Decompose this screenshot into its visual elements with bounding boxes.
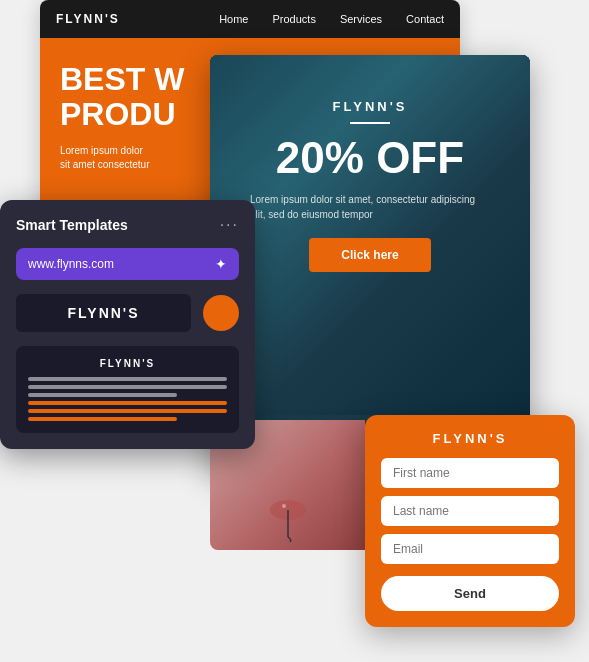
- website-logo: FLYNN'S: [56, 12, 120, 26]
- smart-panel-header: Smart Templates ···: [16, 216, 239, 234]
- smart-panel-url-text: www.flynns.com: [28, 257, 114, 271]
- smart-panel-title: Smart Templates: [16, 217, 128, 233]
- email-header: FLYNN'S 20% OFF Lorem ipsum dolor sit am…: [210, 55, 530, 415]
- preview-line-4: [28, 401, 227, 405]
- email-discount: 20% OFF: [250, 136, 490, 180]
- email-divider: [350, 122, 390, 124]
- smart-templates-panel: Smart Templates ··· www.flynns.com ✦ FLY…: [0, 200, 255, 449]
- first-name-field[interactable]: [381, 458, 559, 488]
- form-card: FLYNN'S Send: [365, 415, 575, 627]
- nav-home[interactable]: Home: [219, 13, 248, 25]
- preview-line-5: [28, 409, 227, 413]
- nav-products[interactable]: Products: [272, 13, 315, 25]
- preview-line-1: [28, 377, 227, 381]
- preview-lines: [28, 377, 227, 421]
- smart-panel-preview: FLYNN'S: [16, 346, 239, 433]
- email-brand: FLYNN'S: [250, 99, 490, 114]
- email-mockup: FLYNN'S 20% OFF Lorem ipsum dolor sit am…: [210, 55, 530, 435]
- preview-line-6: [28, 417, 177, 421]
- preview-line-3: [28, 393, 177, 397]
- preview-line-2: [28, 385, 227, 389]
- form-brand: FLYNN'S: [381, 431, 559, 446]
- email-body-text: Lorem ipsum dolor sit amet, consectetur …: [250, 192, 490, 222]
- email-cta-button[interactable]: Click here: [309, 238, 430, 272]
- smart-panel-color-swatch[interactable]: [203, 295, 239, 331]
- smart-panel-brand-row: FLYNN'S: [16, 294, 239, 332]
- smart-panel-brand-name: FLYNN'S: [67, 305, 139, 321]
- magic-wand-icon: ✦: [215, 256, 227, 272]
- send-button[interactable]: Send: [381, 576, 559, 611]
- smart-panel-preview-brand: FLYNN'S: [28, 358, 227, 369]
- last-name-field[interactable]: [381, 496, 559, 526]
- nav-contact[interactable]: Contact: [406, 13, 444, 25]
- smart-panel-brand-box: FLYNN'S: [16, 294, 191, 332]
- svg-point-2: [282, 504, 286, 508]
- smart-panel-url-row[interactable]: www.flynns.com ✦: [16, 248, 239, 280]
- smart-panel-menu-dots[interactable]: ···: [220, 216, 239, 234]
- website-nav: FLYNN'S Home Products Services Contact: [40, 0, 460, 38]
- nav-services[interactable]: Services: [340, 13, 382, 25]
- email-field[interactable]: [381, 534, 559, 564]
